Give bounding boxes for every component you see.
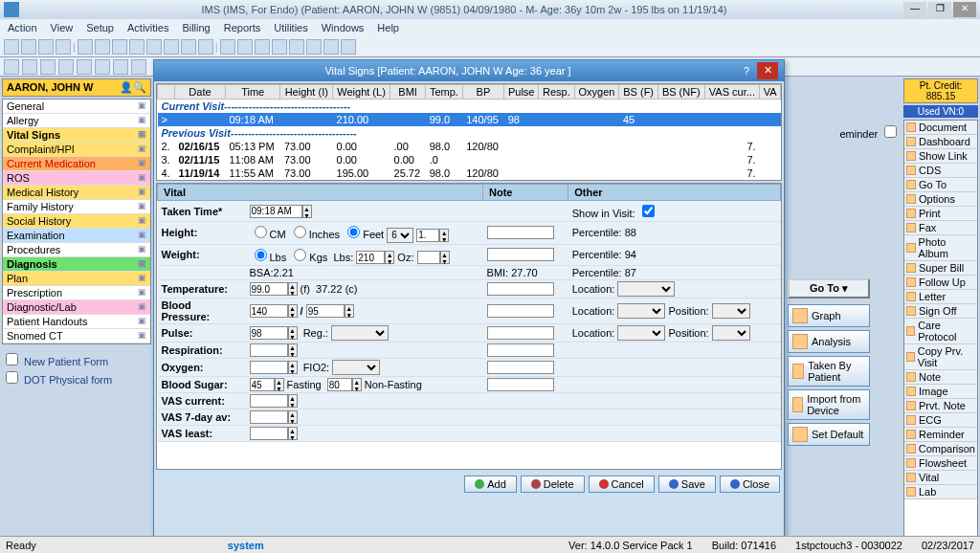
bp-note-input[interactable] xyxy=(487,304,554,318)
menu-help[interactable]: Help xyxy=(377,22,399,33)
dot-physical-check[interactable]: DOT Physical form xyxy=(2,368,151,387)
toolbar-icon[interactable] xyxy=(78,39,93,55)
toolbar-icon[interactable] xyxy=(40,59,56,75)
analysis-button[interactable]: Analysis xyxy=(788,330,870,353)
height-cm-radio[interactable] xyxy=(255,226,267,238)
right-nav-item[interactable]: Care Protocol xyxy=(904,319,977,344)
toolbar-icon[interactable] xyxy=(272,39,287,55)
pulse-reg-select[interactable] xyxy=(331,325,389,341)
sidebar-item[interactable]: Procedures▣ xyxy=(3,243,150,257)
sidebar-item[interactable]: Social History▣ xyxy=(3,214,150,229)
spinner-up-icon[interactable]: ▲▼ xyxy=(302,205,312,218)
menu-windows[interactable]: Windows xyxy=(322,22,365,33)
sidebar-item[interactable]: Current Medication▣ xyxy=(3,157,150,171)
toolbar-icon[interactable] xyxy=(323,39,339,55)
height-inch-input[interactable] xyxy=(416,229,439,242)
toolbar-icon[interactable] xyxy=(237,39,253,55)
menu-view[interactable]: View xyxy=(51,22,74,33)
toolbar-icon[interactable] xyxy=(289,39,304,55)
taken-time-input[interactable] xyxy=(250,205,302,218)
right-nav-item[interactable]: Prvt. Note xyxy=(904,399,977,413)
menu-action[interactable]: Action xyxy=(8,22,37,33)
menu-setup[interactable]: Setup xyxy=(86,22,114,33)
bp-position-select[interactable] xyxy=(712,303,750,319)
toolbar-icon[interactable] xyxy=(113,59,128,75)
right-nav-item[interactable]: CDS xyxy=(904,164,977,178)
bs-note-input[interactable] xyxy=(487,378,554,391)
restore-button[interactable]: ❐ xyxy=(928,2,951,17)
bs-nonfasting-input[interactable] xyxy=(327,378,352,391)
sidebar-item[interactable]: Family History▣ xyxy=(3,200,150,214)
right-nav-item[interactable]: Fax xyxy=(904,221,977,235)
right-nav-item[interactable]: Photo Album xyxy=(904,235,977,261)
sidebar-item[interactable]: General▣ xyxy=(3,100,150,114)
sidebar-item[interactable]: Plan▣ xyxy=(3,272,150,286)
toolbar-icon[interactable] xyxy=(77,59,92,75)
sidebar-item[interactable]: Diagnostic/Lab▣ xyxy=(3,300,150,315)
sidebar-item[interactable]: ROS▣ xyxy=(3,171,150,186)
sidebar-item[interactable]: Examination▣ xyxy=(3,229,150,243)
bp-diastolic-input[interactable] xyxy=(306,304,345,318)
right-nav-item[interactable]: Comparison xyxy=(904,442,977,456)
right-nav-item[interactable]: Vital xyxy=(904,471,977,485)
toolbar-icon[interactable] xyxy=(4,59,19,75)
sidebar-item[interactable]: Vital Signs▣ xyxy=(3,128,150,143)
weight-oz-input[interactable] xyxy=(417,251,440,264)
vas-current-input[interactable] xyxy=(250,394,288,408)
right-nav-item[interactable]: ECG xyxy=(904,413,977,428)
toolbar-icon[interactable] xyxy=(220,39,235,55)
add-button[interactable]: Add xyxy=(464,476,517,493)
menu-utilities[interactable]: Utilities xyxy=(274,22,307,33)
toolbar-icon[interactable] xyxy=(38,39,54,55)
sidebar-item[interactable]: Allergy▣ xyxy=(3,114,150,128)
pulse-input[interactable] xyxy=(250,326,288,340)
show-in-visit-checkbox[interactable] xyxy=(642,205,655,217)
minimize-button[interactable]: — xyxy=(903,2,926,17)
weight-lbs-radio[interactable] xyxy=(255,249,267,261)
patient-name-header[interactable]: AARON, JOHN W👤🔍 xyxy=(2,78,151,97)
sidebar-item[interactable]: Snomed CT▣ xyxy=(3,329,150,343)
reminder-check[interactable]: eminder xyxy=(839,122,900,141)
sidebar-item[interactable]: Diagnosis▣ xyxy=(3,257,150,272)
dialog-close-button[interactable]: ✕ xyxy=(757,62,778,79)
weight-lbs-input[interactable] xyxy=(356,251,385,264)
weight-note-input[interactable] xyxy=(487,248,554,261)
toolbar-icon[interactable] xyxy=(95,59,110,75)
toolbar-icon[interactable] xyxy=(181,39,196,55)
bs-fasting-input[interactable] xyxy=(250,378,275,391)
right-nav-item[interactable]: Sign Off xyxy=(904,304,977,319)
toolbar-icon[interactable] xyxy=(95,39,110,55)
previous-visit-row[interactable]: 3.02/11/1511:08 AM73.000.000.00.07. xyxy=(158,153,781,166)
import-device-button[interactable]: Import from Device xyxy=(788,389,870,420)
sidebar-item[interactable]: Prescription▣ xyxy=(3,286,150,300)
close-button[interactable]: ✕ xyxy=(953,2,976,17)
right-nav-item[interactable]: Follow Up xyxy=(904,276,977,290)
toolbar-icon[interactable] xyxy=(4,39,19,55)
patient-icons[interactable]: 👤🔍 xyxy=(120,81,146,94)
toolbar-icon[interactable] xyxy=(56,39,71,55)
height-feet-select[interactable]: 6 xyxy=(387,228,413,243)
toolbar-icon[interactable] xyxy=(341,39,356,55)
close-button[interactable]: Close xyxy=(720,476,780,493)
delete-button[interactable]: Delete xyxy=(521,476,585,493)
taken-by-patient-button[interactable]: Taken By Patient xyxy=(788,356,870,387)
right-nav-item[interactable]: Lab xyxy=(904,485,977,499)
right-nav-item[interactable]: Print xyxy=(904,207,977,221)
right-nav-item[interactable]: Super Bill xyxy=(904,261,977,276)
graph-button[interactable]: Graph xyxy=(788,304,870,327)
bp-location-select[interactable] xyxy=(617,303,665,319)
goto-button[interactable]: Go To ▾ xyxy=(788,278,870,299)
toolbar-icon[interactable] xyxy=(22,59,37,75)
new-patient-check[interactable]: New Patient Form xyxy=(2,350,151,368)
sidebar-item[interactable]: Patient Handouts▣ xyxy=(3,315,150,329)
right-nav-item[interactable]: Dashboard xyxy=(904,135,977,149)
current-visit-row[interactable]: >09:18 AM 210.0099.0 140/9598 45 xyxy=(158,113,781,126)
right-nav-item[interactable]: Image xyxy=(904,385,977,399)
weight-kgs-radio[interactable] xyxy=(294,249,306,261)
respiration-input[interactable] xyxy=(250,343,288,357)
toolbar-icon[interactable] xyxy=(112,39,127,55)
sidebar-item[interactable]: Medical History▣ xyxy=(3,186,150,200)
vas-least-input[interactable] xyxy=(250,427,288,440)
toolbar-icon[interactable] xyxy=(21,39,36,55)
menu-billing[interactable]: Billing xyxy=(182,22,210,33)
